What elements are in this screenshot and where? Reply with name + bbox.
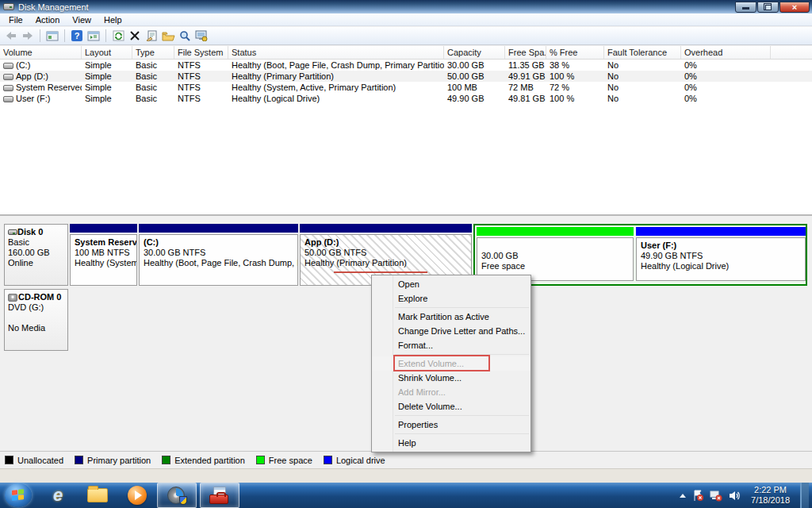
volume-icon[interactable] xyxy=(728,489,741,502)
menu-item-change-drive-letter[interactable]: Change Drive Letter and Paths... xyxy=(372,324,530,338)
help-icon[interactable]: ? xyxy=(70,29,84,43)
menu-item-properties[interactable]: Properties xyxy=(372,418,530,432)
search-icon[interactable] xyxy=(178,29,192,43)
col-type[interactable]: Type xyxy=(132,46,174,59)
taskbar-internet-explorer[interactable]: e xyxy=(38,483,78,508)
restore-button[interactable] xyxy=(757,2,779,13)
properties-icon[interactable] xyxy=(144,29,159,43)
show-desktop-button[interactable] xyxy=(800,483,809,508)
desktop: Disk Management × File Action View Help … xyxy=(0,0,812,508)
menu-help[interactable]: Help xyxy=(98,14,128,25)
back-icon[interactable] xyxy=(4,29,18,43)
legend-swatch xyxy=(324,456,332,464)
menu-item-explore[interactable]: Explore xyxy=(372,291,530,306)
cell-type: Basic xyxy=(132,83,174,92)
cell-overhead: 0% xyxy=(681,60,771,70)
cell-status: Healthy (Primary Partition) xyxy=(228,71,444,81)
partition-c[interactable]: (C:) 30.00 GB NTFS Healthy (Boot, Page F… xyxy=(139,224,298,286)
col-capacity[interactable]: Capacity xyxy=(444,46,505,59)
primary-partition-bar xyxy=(139,224,298,233)
menu-view[interactable]: View xyxy=(67,14,97,25)
cell-type: Basic xyxy=(132,60,174,70)
network-status-icon[interactable] xyxy=(710,489,722,502)
cell-layout: Simple xyxy=(82,71,132,81)
action-center-flag-icon[interactable] xyxy=(691,489,704,502)
close-icon: × xyxy=(792,2,797,12)
partition-user-f[interactable]: User (F:) 49.90 GB NTFS Healthy (Logical… xyxy=(636,227,806,283)
menu-item-shrink-volume[interactable]: Shrink Volume... xyxy=(372,371,530,385)
primary-partition-bar xyxy=(300,224,472,233)
disk0-label[interactable]: Disk 0 Basic 160.00 GB Online xyxy=(4,224,68,286)
cdrom-label[interactable]: CD-ROM 0 DVD (G:) No Media xyxy=(4,289,68,351)
media-player-icon xyxy=(128,486,147,505)
open-folder-icon[interactable] xyxy=(161,29,175,43)
window-title: Disk Management xyxy=(18,2,89,12)
cell-fs: NTFS xyxy=(174,60,228,70)
cell-volume: System Reserved xyxy=(16,83,82,92)
cell-capacity: 50.00 GB xyxy=(444,71,505,81)
legend-label: Primary partition xyxy=(87,456,151,465)
menu-item-extend-volume[interactable]: Extend Volume... xyxy=(372,356,530,371)
annotation-red-box xyxy=(393,355,490,371)
menu-item-delete-volume[interactable]: Delete Volume... xyxy=(372,399,530,414)
menu-item-help[interactable]: Help xyxy=(372,436,530,450)
manage-computer-icon[interactable] xyxy=(194,29,209,43)
taskbar-media-player[interactable] xyxy=(117,483,157,508)
show-console-tree-icon[interactable] xyxy=(86,29,101,43)
col-volume[interactable]: Volume xyxy=(0,46,82,59)
close-button[interactable]: × xyxy=(779,2,810,13)
forward-icon[interactable] xyxy=(21,29,35,43)
minimize-button[interactable] xyxy=(735,2,756,13)
legend-free-space: Free space xyxy=(256,456,312,465)
col-status[interactable]: Status xyxy=(228,46,444,59)
start-button[interactable] xyxy=(5,483,32,507)
col-fault-tolerance[interactable]: Fault Tolerance xyxy=(604,46,681,59)
taskbar-admin-tools-active[interactable] xyxy=(200,483,239,508)
cell-pct-free: 100 % xyxy=(546,94,604,103)
table-row-system-reserved[interactable]: System Reserved Simple Basic NTFS Health… xyxy=(0,82,812,93)
cell-type: Basic xyxy=(132,71,174,81)
show-hidden-icons-arrow[interactable] xyxy=(680,494,686,498)
volume-list-header: Volume Layout Type File System Status Ca… xyxy=(0,46,812,60)
partition-status: Healthy (Logical Drive) xyxy=(641,261,729,271)
legend-swatch xyxy=(5,456,13,464)
volume-icon xyxy=(3,85,13,91)
table-row-c[interactable]: (C:) Simple Basic NTFS Healthy (Boot, Pa… xyxy=(0,60,812,71)
menu-item-mark-partition-active[interactable]: Mark Partition as Active xyxy=(372,310,530,324)
legend-label: Free space xyxy=(269,456,312,465)
menu-item-add-mirror[interactable]: Add Mirror... xyxy=(372,385,530,399)
table-row-app-d[interactable]: App (D:) Simple Basic NTFS Healthy (Prim… xyxy=(0,71,812,82)
title-bar[interactable]: Disk Management × xyxy=(0,0,812,13)
taskbar-disk-management-active[interactable] xyxy=(157,483,197,508)
cell-capacity: 30.00 GB xyxy=(444,60,505,70)
table-row-user-f[interactable]: User (F:) Simple Basic NTFS Healthy (Log… xyxy=(0,93,812,104)
legend-bar: Unallocated Primary partition Extended p… xyxy=(0,451,812,468)
cell-free: 49.91 GB xyxy=(505,71,546,81)
cell-free: 11.35 GB xyxy=(505,60,546,70)
disk0-kind: Basic xyxy=(8,237,66,248)
menu-item-open[interactable]: Open xyxy=(372,277,530,291)
col-file-system[interactable]: File System xyxy=(174,46,228,59)
col-pct-free[interactable]: % Free xyxy=(546,46,604,59)
menu-action[interactable]: Action xyxy=(30,14,66,25)
cell-type: Basic xyxy=(132,94,174,103)
system-tray: 2:22 PM 7/18/2018 xyxy=(680,483,812,508)
cell-capacity: 49.90 GB xyxy=(444,94,505,103)
cell-overhead: 0% xyxy=(681,71,771,81)
console-window-icon[interactable] xyxy=(45,29,59,43)
volume-icon xyxy=(3,74,13,80)
refresh-icon[interactable] xyxy=(111,29,125,43)
col-free-space[interactable]: Free Spa... xyxy=(505,46,546,59)
menu-item-format[interactable]: Format... xyxy=(372,338,530,352)
taskbar-clock[interactable]: 2:22 PM 7/18/2018 xyxy=(746,485,795,506)
delete-icon[interactable] xyxy=(128,29,142,43)
legend-swatch xyxy=(162,456,170,464)
partition-system-reserved[interactable]: System Reserved 100 MB NTFS Healthy (Sys… xyxy=(70,224,137,286)
cell-volume: (C:) xyxy=(16,60,30,70)
partition-size: 30.00 GB xyxy=(481,251,518,260)
col-overhead[interactable]: Overhead xyxy=(681,46,771,59)
legend-unallocated: Unallocated xyxy=(5,456,63,465)
taskbar-file-explorer[interactable] xyxy=(78,483,117,508)
col-layout[interactable]: Layout xyxy=(82,46,132,59)
menu-file[interactable]: File xyxy=(3,14,29,25)
